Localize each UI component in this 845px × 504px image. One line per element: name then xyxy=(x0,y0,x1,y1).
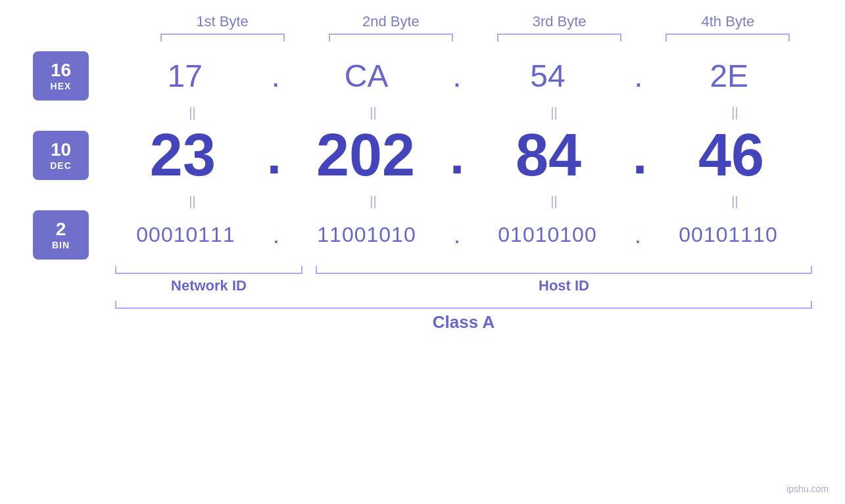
eq2-byte1: || xyxy=(115,194,270,209)
equals-row-1: || || || || xyxy=(33,105,812,120)
bin-byte4: 00101110 xyxy=(644,223,812,247)
host-bracket xyxy=(316,266,812,274)
bracket-byte4 xyxy=(644,34,812,41)
bracket-byte3 xyxy=(475,34,644,41)
bin-dot3: . xyxy=(631,221,644,249)
dec-values: 23 . 202 . 84 . 46 xyxy=(102,122,812,189)
network-id-label: Network ID xyxy=(115,277,302,294)
main-container: 1st Byte 2nd Byte 3rd Byte 4th Byte 16 H… xyxy=(0,0,845,504)
bottom-brackets-row xyxy=(33,266,812,274)
hex-base-num: 16 xyxy=(51,60,71,81)
equals-row-2: || || || || xyxy=(33,194,812,209)
eq1-byte3: || xyxy=(477,105,631,120)
eq1-byte2: || xyxy=(296,105,450,120)
bin-base-num: 2 xyxy=(56,219,66,240)
dec-byte4: 46 xyxy=(650,122,812,189)
hex-row: 16 HEX 17 . CA . 54 . 2E xyxy=(33,51,812,101)
bin-byte2: 11001010 xyxy=(283,223,450,247)
eq1-byte4: || xyxy=(658,105,812,120)
byte4-header: 4th Byte xyxy=(644,13,812,30)
hex-dot1: . xyxy=(268,58,283,94)
bin-byte3: 01010100 xyxy=(464,223,631,247)
network-bracket xyxy=(115,266,302,274)
hex-byte1: 17 xyxy=(102,58,268,94)
dec-byte1: 23 xyxy=(102,122,264,189)
eq1-dot1 xyxy=(270,105,296,120)
dec-base-label: DEC xyxy=(50,160,72,171)
bin-badge: 2 BIN xyxy=(33,210,89,260)
hex-base-label: HEX xyxy=(51,81,72,91)
hex-values: 17 . CA . 54 . 2E xyxy=(102,58,812,94)
eq2-dot1 xyxy=(270,194,296,209)
dec-dot3: . xyxy=(629,126,650,186)
byte-headers: 1st Byte 2nd Byte 3rd Byte 4th Byte xyxy=(33,13,812,30)
class-a-bracket xyxy=(115,301,812,309)
top-brackets xyxy=(33,34,812,41)
dec-dot1: . xyxy=(264,126,285,186)
dec-dot2: . xyxy=(447,126,468,186)
hex-dot2: . xyxy=(449,58,464,94)
hex-byte4: 2E xyxy=(646,58,813,94)
eq1-byte1: || xyxy=(115,105,270,120)
bracket-byte1 xyxy=(138,34,306,41)
dec-row: 10 DEC 23 . 202 . 84 . 46 xyxy=(33,122,812,189)
eq2-byte4: || xyxy=(658,194,812,209)
class-a-section: Class A xyxy=(33,301,812,332)
eq2-byte2: || xyxy=(296,194,450,209)
byte3-header: 3rd Byte xyxy=(475,13,644,30)
watermark: ipshu.com xyxy=(786,484,829,494)
hex-byte2: CA xyxy=(283,58,450,94)
bin-dot2: . xyxy=(450,221,464,249)
dec-base-num: 10 xyxy=(51,140,71,160)
bin-values: 00010111 . 11001010 . 01010100 . 0010111… xyxy=(102,221,812,249)
hex-badge: 16 HEX xyxy=(33,51,89,101)
dec-byte2: 202 xyxy=(285,122,447,189)
eq2-dot3 xyxy=(631,194,658,209)
bin-byte1: 00010111 xyxy=(102,223,270,247)
bottom-section: Network ID Host ID Class A xyxy=(33,266,812,332)
bottom-labels-row: Network ID Host ID xyxy=(33,277,812,294)
byte2-header: 2nd Byte xyxy=(306,13,475,30)
host-id-label: Host ID xyxy=(316,277,812,294)
eq1-dot3 xyxy=(631,105,658,120)
dec-badge: 10 DEC xyxy=(33,131,89,180)
dec-byte3: 84 xyxy=(468,122,629,189)
hex-byte3: 54 xyxy=(465,58,631,94)
bin-base-label: BIN xyxy=(52,240,70,250)
bin-row: 2 BIN 00010111 . 11001010 . 01010100 . 0… xyxy=(33,210,812,260)
bin-dot1: . xyxy=(270,221,283,249)
bracket-byte2 xyxy=(306,34,475,41)
eq2-byte3: || xyxy=(477,194,631,209)
eq2-dot2 xyxy=(450,194,477,209)
eq1-dot2 xyxy=(450,105,477,120)
class-a-label: Class A xyxy=(115,312,812,332)
byte1-header: 1st Byte xyxy=(138,13,306,30)
hex-dot3: . xyxy=(631,58,646,94)
